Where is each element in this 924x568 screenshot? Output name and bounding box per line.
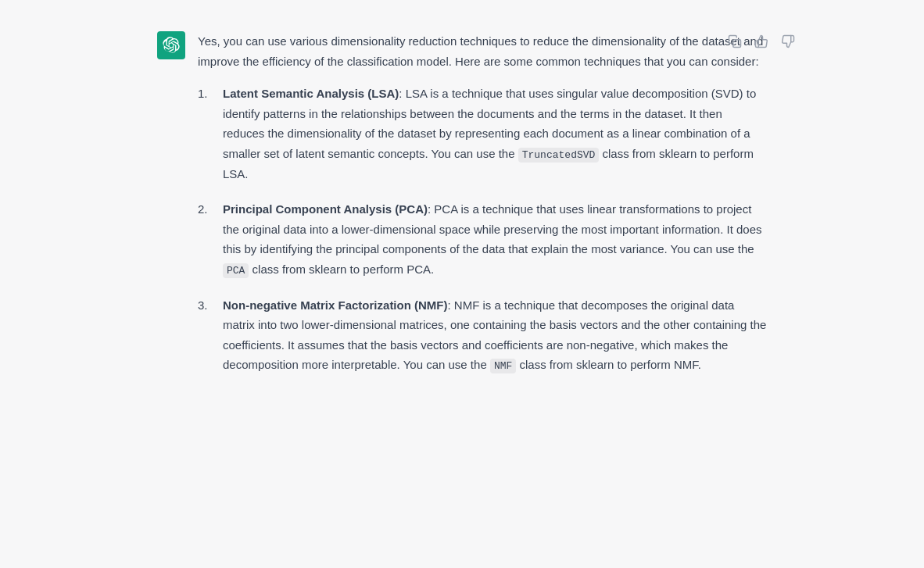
list-title-2: Principal Component Analysis (PCA) [223, 202, 428, 216]
thumbs-up-button[interactable] [751, 31, 772, 52]
list-item: 1. Latent Semantic Analysis (LSA): LSA i… [198, 84, 767, 184]
list-content-2: Principal Component Analysis (PCA): PCA … [223, 199, 767, 280]
list-code-1: TruncatedSVD [518, 148, 600, 163]
list-code-3: NMF [490, 359, 516, 373]
ordered-list: 1. Latent Semantic Analysis (LSA): LSA i… [198, 84, 767, 375]
assistant-message: Yes, you can use various dimensionality … [157, 31, 767, 391]
list-text-2b: class from sklearn to perform PCA. [249, 263, 434, 276]
message-body: Yes, you can use various dimensionality … [198, 31, 767, 391]
copy-button[interactable] [725, 31, 745, 52]
list-title-1: Latent Semantic Analysis (LSA) [223, 87, 399, 100]
main-content: Yes, you can use various dimensionality … [0, 0, 924, 568]
list-number-2: 2. [198, 199, 217, 280]
action-icons [725, 31, 798, 52]
list-number-1: 1. [198, 84, 217, 184]
thumbs-down-button[interactable] [778, 31, 798, 52]
list-code-2: PCA [223, 263, 249, 278]
list-item: 3. Non-negative Matrix Factorization (NM… [198, 295, 767, 376]
list-content-1: Latent Semantic Analysis (LSA): LSA is a… [223, 84, 767, 184]
list-number-3: 3. [198, 295, 217, 376]
intro-paragraph: Yes, you can use various dimensionality … [198, 31, 767, 71]
list-item: 2. Principal Component Analysis (PCA): P… [198, 199, 767, 280]
list-content-3: Non-negative Matrix Factorization (NMF):… [223, 295, 767, 376]
svg-rect-0 [733, 40, 741, 48]
message-text: Yes, you can use various dimensionality … [198, 31, 767, 375]
list-title-3: Non-negative Matrix Factorization (NMF) [223, 298, 448, 312]
avatar [157, 31, 185, 59]
list-text-3b: class from sklearn to perform NMF. [516, 358, 701, 371]
message-container: Yes, you can use various dimensionality … [110, 16, 814, 552]
